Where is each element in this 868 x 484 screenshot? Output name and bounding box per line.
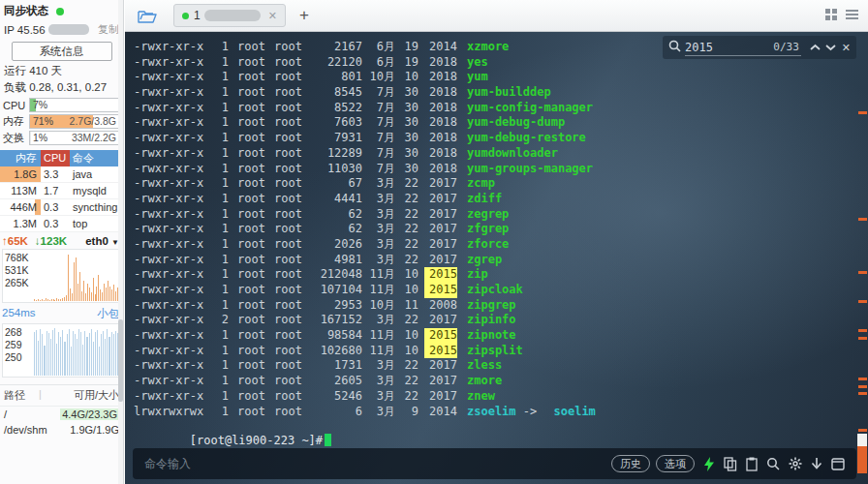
search-terminal-icon[interactable] [766,457,780,470]
swap-percent: 1% [33,132,47,144]
search-close-icon[interactable]: ✕ [842,42,851,54]
search-match-marker [858,385,867,388]
sidebar-scrollbar-thumb[interactable] [118,319,123,402]
ping-bar [82,345,83,376]
network-bar [54,300,55,301]
ping-bar [71,347,72,376]
file-group: root [274,131,306,146]
file-links: 1 [211,176,229,192]
copy-icon[interactable] [724,457,737,471]
chart-y-label: 268 [5,326,22,339]
process-header-cpu[interactable]: CPU [41,150,70,166]
file-group: root [274,267,306,283]
search-match-marker [858,329,867,332]
file-links: 1 [211,253,229,268]
file-year: 2017 [424,389,457,405]
file-day: 30 [395,101,418,116]
new-tab-button[interactable]: + [299,9,309,22]
memory-meter-label: 内存 [3,114,29,129]
file-perm: -rwxr-xr-x [134,146,211,162]
file-group: root [274,40,306,55]
file-owner: root [237,374,269,389]
process-header-cmd[interactable]: 命令 [70,150,123,166]
tab-close-icon[interactable]: ✕ [268,10,277,22]
file-links: 1 [211,267,229,283]
download-rate: ↓123K [35,235,67,247]
file-owner: root [237,115,269,131]
process-row[interactable]: 1.8G3.3java [0,166,123,183]
terminal-screen[interactable]: -rwxr-xr-x1rootroot21676月192014xzmore-rw… [125,32,868,484]
network-bar [42,299,43,301]
file-day: 30 [395,85,418,101]
file-links: 1 [211,115,229,131]
ping-bar [64,342,65,376]
options-button[interactable]: 选项 [656,455,695,472]
file-month: 3月 [362,237,395,253]
file-day: 22 [395,176,418,192]
file-year: 2015 [424,267,457,283]
file-day: 10 [395,328,418,344]
file-group: root [274,358,306,374]
quick-command-lightning-icon[interactable] [703,457,715,471]
file-year: 2014 [424,405,457,420]
ping-bar [77,339,78,376]
ping-packet-label: 小包 [97,307,119,321]
file-year: 2008 [424,298,457,314]
file-day: 10 [395,344,418,359]
process-cpu: 0.3 [41,199,70,215]
window-mode-icon[interactable] [831,458,845,470]
scroll-to-bottom-icon[interactable] [811,457,822,470]
file-perm: -rwxr-xr-x [134,237,211,253]
sidebar-scrollbar[interactable] [118,0,123,484]
file-links: 1 [211,405,229,420]
file-month: 10月 [362,298,395,314]
file-perm: -rwxr-xr-x [134,389,211,405]
process-row[interactable]: 113M1.7mysqld [0,183,123,199]
file-year: 2017 [424,192,457,207]
search-overlay[interactable]: 2015 0/33 ✕ [663,36,856,59]
file-group: root [274,344,306,359]
chart-y-label: 265K [5,277,29,289]
process-row[interactable]: 1.3M0.3top [0,216,123,232]
file-owner: root [237,405,269,420]
file-group: root [274,85,306,101]
command-input[interactable]: 命令输入 [144,456,191,472]
copy-ip-button[interactable]: 复制 [98,22,119,37]
file-perm: -rwxr-xr-x [134,207,211,223]
network-bar [96,287,97,301]
search-match-marker [858,378,867,380]
scrollbar-thumb-bottom[interactable] [857,446,867,473]
history-button[interactable]: 历史 [611,455,650,472]
ping-bar [46,331,47,376]
menu-icon[interactable] [846,8,858,21]
process-cpu: 0.3 [41,216,70,231]
layout-grid-icon[interactable] [825,9,837,20]
search-input[interactable]: 2015 0/33 [685,39,801,56]
network-bar [64,297,65,301]
terminal-row: -rwxr-xr-x1rootroot10710411月102015zipclo… [134,283,868,298]
network-bar [62,298,63,301]
process-row[interactable]: 446M0.3syncthing [0,199,123,216]
gear-icon[interactable] [789,457,802,470]
upload-rate: ↑65K [2,235,28,247]
cpu-meter: CPU 7% [3,98,120,112]
file-links: 1 [211,146,229,162]
process-cpu: 1.7 [41,183,70,198]
file-name: yes [467,55,488,71]
file-name: zgrep [467,253,502,268]
file-group: root [274,115,306,131]
folder-open-icon[interactable] [137,8,158,24]
scrollbar-thumb-top[interactable] [857,434,867,446]
process-header-mem[interactable]: 内存 [0,150,41,166]
terminal-tab[interactable]: 1 ✕ [173,4,286,27]
system-info-button[interactable]: 系统信息 [12,42,112,61]
search-next-icon[interactable] [825,44,836,51]
file-links: 1 [211,55,229,71]
symlink-arrow: -> [516,405,544,420]
interface-selector[interactable]: eth0 ▼ [85,235,119,247]
network-bar [81,291,82,301]
paste-icon[interactable] [746,457,758,471]
file-owner: root [237,344,269,359]
search-prev-icon[interactable] [810,44,821,51]
network-bar [51,299,52,301]
